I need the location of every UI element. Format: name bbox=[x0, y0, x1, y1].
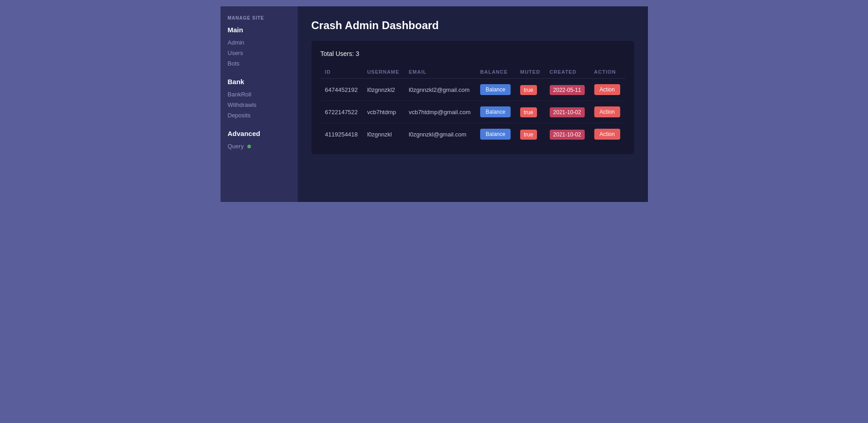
table-header: ID USERNAME EMAIL BALANCE MUTED CREATED … bbox=[321, 65, 625, 79]
users-card: Total Users: 3 ID USERNAME EMAIL BALANCE… bbox=[311, 41, 634, 154]
cell-username: vcb7htdmp bbox=[362, 101, 404, 123]
col-email: EMAIL bbox=[404, 65, 476, 79]
cell-id: 6474452192 bbox=[321, 79, 363, 101]
muted-badge: true bbox=[520, 85, 537, 95]
balance-button[interactable]: Balance bbox=[480, 129, 511, 140]
sidebar-section-bank: Bank BankRoll Withdrawls Deposits bbox=[228, 78, 291, 121]
col-action: ACTION bbox=[590, 65, 625, 79]
cell-email: l0zgnnzkl2@gmail.com bbox=[404, 79, 476, 101]
cell-action: Action bbox=[590, 123, 625, 146]
sidebar-item-bankroll[interactable]: BankRoll bbox=[228, 89, 291, 100]
cell-username: l0zgnnzkl2 bbox=[362, 79, 404, 101]
sidebar-item-users[interactable]: Users bbox=[228, 48, 291, 58]
balance-button[interactable]: Balance bbox=[480, 84, 511, 95]
cell-email: l0zgnnzkl@gmail.com bbox=[404, 123, 476, 146]
sidebar-item-admin[interactable]: Admin bbox=[228, 37, 291, 48]
cell-email: vcb7htdmp@gmail.com bbox=[404, 101, 476, 123]
balance-button[interactable]: Balance bbox=[480, 106, 511, 117]
table-row: 6722147522 vcb7htdmp vcb7htdmp@gmail.com… bbox=[321, 101, 625, 123]
col-id: ID bbox=[321, 65, 363, 79]
main-content: Crash Admin Dashboard Total Users: 3 ID … bbox=[298, 6, 648, 202]
created-badge: 2022-05-11 bbox=[550, 85, 585, 95]
sidebar: MANAGE SITE Main Admin Users Bots Bank B… bbox=[221, 6, 298, 202]
sidebar-item-deposits[interactable]: Deposits bbox=[228, 110, 291, 121]
total-users-label: Total Users: 3 bbox=[321, 50, 625, 57]
cell-balance: Balance bbox=[476, 101, 516, 123]
action-button[interactable]: Action bbox=[594, 129, 620, 140]
cell-action: Action bbox=[590, 79, 625, 101]
action-button[interactable]: Action bbox=[594, 84, 620, 95]
sidebar-item-bots[interactable]: Bots bbox=[228, 58, 291, 69]
created-badge: 2021-10-02 bbox=[550, 107, 585, 117]
action-button[interactable]: Action bbox=[594, 106, 620, 117]
sidebar-section-main: Main Admin Users Bots bbox=[228, 26, 291, 69]
query-label: Query bbox=[228, 143, 244, 150]
created-badge: 2021-10-02 bbox=[550, 130, 585, 140]
muted-badge: true bbox=[520, 130, 537, 140]
cell-username: l0zgnnzkl bbox=[362, 123, 404, 146]
cell-id: 6722147522 bbox=[321, 101, 363, 123]
cell-created: 2021-10-02 bbox=[545, 123, 590, 146]
users-table: ID USERNAME EMAIL BALANCE MUTED CREATED … bbox=[321, 65, 625, 145]
cell-balance: Balance bbox=[476, 79, 516, 101]
cell-balance: Balance bbox=[476, 123, 516, 146]
cell-action: Action bbox=[590, 101, 625, 123]
sidebar-item-withdrawls[interactable]: Withdrawls bbox=[228, 100, 291, 110]
cell-created: 2021-10-02 bbox=[545, 101, 590, 123]
table-row: 6474452192 l0zgnnzkl2 l0zgnnzkl2@gmail.c… bbox=[321, 79, 625, 101]
col-username: USERNAME bbox=[362, 65, 404, 79]
cell-id: 4119254418 bbox=[321, 123, 363, 146]
col-balance: BALANCE bbox=[476, 65, 516, 79]
cell-created: 2022-05-11 bbox=[545, 79, 590, 101]
cell-muted: true bbox=[516, 123, 545, 146]
sidebar-section-title-main: Main bbox=[228, 26, 291, 34]
col-created: CREATED bbox=[545, 65, 590, 79]
cell-muted: true bbox=[516, 79, 545, 101]
manage-site-label: MANAGE SITE bbox=[228, 15, 291, 20]
page-title: Crash Admin Dashboard bbox=[311, 19, 634, 32]
table-body: 6474452192 l0zgnnzkl2 l0zgnnzkl2@gmail.c… bbox=[321, 79, 625, 146]
cell-muted: true bbox=[516, 101, 545, 123]
sidebar-section-advanced: Advanced Query bbox=[228, 130, 291, 151]
col-muted: MUTED bbox=[516, 65, 545, 79]
muted-badge: true bbox=[520, 107, 537, 117]
query-status-dot bbox=[247, 145, 251, 148]
table-row: 4119254418 l0zgnnzkl l0zgnnzkl@gmail.com… bbox=[321, 123, 625, 146]
sidebar-section-title-bank: Bank bbox=[228, 78, 291, 86]
sidebar-item-query[interactable]: Query bbox=[228, 141, 291, 151]
sidebar-section-title-advanced: Advanced bbox=[228, 130, 291, 137]
